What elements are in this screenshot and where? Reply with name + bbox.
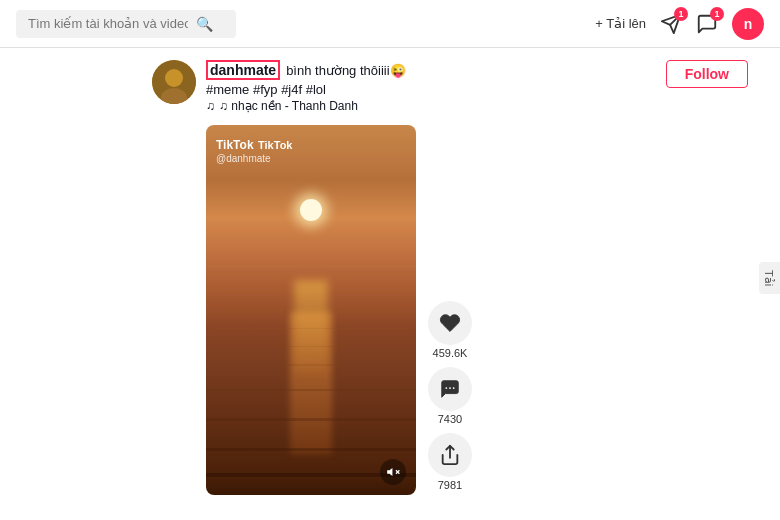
mute-icon — [386, 465, 400, 479]
username-row: danhmate bình thường thôiiii😜 — [206, 60, 656, 80]
comment-count: 7430 — [438, 413, 462, 425]
comment-action: 7430 — [428, 367, 472, 425]
share-action: 7981 — [428, 433, 472, 491]
inbox-button[interactable]: 1 — [696, 13, 718, 35]
post-header: danhmate bình thường thôiiii😜 #meme #fyp… — [152, 60, 748, 113]
hashtags: #meme #fyp #j4f #lol — [206, 82, 656, 97]
tiktok-watermark: TikTok TikTok @danhmate — [216, 135, 292, 164]
svg-point-5 — [445, 387, 447, 389]
tiktok-brand: TikTok — [216, 138, 254, 152]
avatar-svg — [152, 60, 196, 104]
search-icon: 🔍 — [196, 16, 213, 32]
wave-8 — [206, 448, 416, 451]
follow-button[interactable]: Follow — [666, 60, 748, 88]
like-count: 459.6K — [433, 347, 468, 359]
video-background: TikTok TikTok @danhmate — [206, 125, 416, 495]
feed-area: danhmate bình thường thôiiii😜 #meme #fyp… — [140, 60, 760, 495]
upload-button[interactable]: + Tải lên — [595, 16, 646, 31]
inbox-badge: 1 — [710, 7, 724, 21]
search-input[interactable] — [28, 16, 188, 31]
video-container[interactable]: TikTok TikTok @danhmate — [206, 125, 416, 495]
avatar-letter: n — [744, 16, 753, 32]
user-avatar-button[interactable]: n — [732, 8, 764, 40]
notification-badge: 1 — [674, 7, 688, 21]
svg-point-7 — [453, 387, 455, 389]
action-buttons: 459.6K 7430 — [428, 301, 472, 495]
share-button[interactable] — [428, 433, 472, 477]
svg-point-6 — [449, 387, 451, 389]
tiktok-handle: @danhmate — [216, 153, 292, 164]
avatar-image — [152, 60, 196, 104]
notifications-button[interactable]: 1 — [660, 13, 682, 35]
horizon-line — [206, 266, 416, 267]
header-actions: + Tải lên 1 1 n — [595, 8, 764, 40]
mute-button[interactable] — [380, 459, 406, 485]
post-description: bình thường thôiiii😜 — [286, 63, 405, 78]
search-bar[interactable]: 🔍 — [16, 10, 236, 38]
video-actions-row: TikTok TikTok @danhmate — [206, 125, 748, 495]
like-action: 459.6K — [428, 301, 472, 359]
main-content: danhmate bình thường thôiiii😜 #meme #fyp… — [0, 48, 780, 507]
music-text: ♫ nhạc nền - Thanh Danh — [219, 99, 358, 113]
sun-graphic — [300, 199, 322, 221]
sidebar-left — [20, 60, 140, 495]
comment-button[interactable] — [428, 367, 472, 411]
comment-icon — [439, 378, 461, 400]
wave-6 — [206, 389, 416, 391]
music-note-icon: ♫ — [206, 99, 215, 113]
music-line: ♫ ♫ nhạc nền - Thanh Danh — [206, 99, 656, 113]
post-card: danhmate bình thường thôiiii😜 #meme #fyp… — [152, 60, 748, 495]
right-scroll-hint[interactable]: Tải — [759, 261, 780, 293]
username[interactable]: danhmate — [206, 60, 280, 80]
upload-label: + Tải lên — [595, 16, 646, 31]
header: 🔍 + Tải lên 1 1 n — [0, 0, 780, 48]
sun-reflection — [294, 280, 328, 373]
tiktok-brand-text: TikTok — [258, 139, 292, 151]
scroll-hint-label: Tải — [763, 269, 775, 285]
post-info: danhmate bình thường thôiiii😜 #meme #fyp… — [206, 60, 656, 113]
svg-point-1 — [165, 69, 183, 87]
share-icon — [439, 444, 461, 466]
wave-7 — [206, 418, 416, 421]
like-button[interactable] — [428, 301, 472, 345]
tiktok-logo-area: TikTok TikTok @danhmate — [216, 135, 292, 164]
share-count: 7981 — [438, 479, 462, 491]
user-avatar[interactable] — [152, 60, 196, 104]
heart-icon — [439, 312, 461, 334]
